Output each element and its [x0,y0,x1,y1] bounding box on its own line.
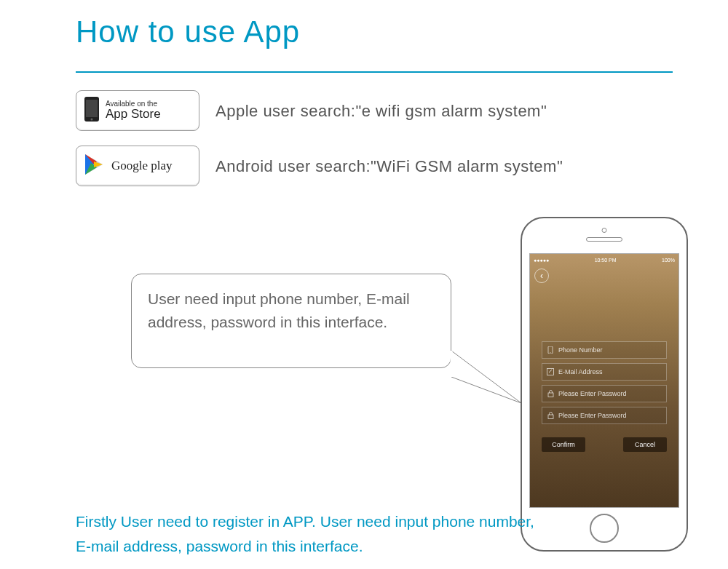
footer-instruction: Firstly User need to register in APP. Us… [76,509,542,558]
password-field-1[interactable]: Please Enter Password [542,385,667,402]
phone-small-icon [547,346,554,354]
phone-field-label: Phone Number [558,346,603,354]
svg-point-9 [550,352,551,353]
edit-icon [547,368,554,375]
signal-icon: ●●●●● [534,258,549,263]
lock-icon [547,390,554,397]
svg-point-2 [91,119,93,121]
email-field[interactable]: E-Mail Address [542,363,667,381]
phone-number-field[interactable]: Phone Number [542,341,667,359]
lock-icon [547,412,554,419]
status-bar: ●●●●● 10:50 PM 100% [530,254,678,266]
googleplay-badge[interactable]: Google play [76,146,199,186]
svg-rect-12 [548,393,553,397]
svg-rect-13 [548,415,553,419]
back-button[interactable]: ‹ [534,268,549,283]
cancel-button[interactable]: Cancel [623,437,667,452]
appstore-big-label: App Store [106,108,161,122]
pass1-field-label: Please Enter Password [558,390,627,397]
divider [76,71,673,73]
phone-screen: ●●●●● 10:50 PM 100% ‹ Phone Number E-Mai… [529,253,679,508]
register-form: Phone Number E-Mail Address Please Enter… [542,341,667,452]
appstore-badge[interactable]: Available on the App Store [76,90,199,131]
page-title: How to use App [76,15,300,49]
password-field-2[interactable]: Please Enter Password [542,407,667,424]
svg-rect-1 [86,100,98,117]
email-field-label: E-Mail Address [558,368,603,375]
bubble-tail [448,349,529,429]
phone-icon [84,96,100,125]
android-instruction: Android user search:"WiFi GSM alarm syst… [215,157,563,176]
play-icon [84,153,106,179]
status-battery: 100% [662,258,675,263]
confirm-button[interactable]: Confirm [542,437,585,452]
pass2-field-label: Please Enter Password [558,412,627,419]
status-time: 10:50 PM [595,258,617,263]
apple-instruction: Apple user search:"e wifi gsm alarm syst… [215,102,547,121]
svg-rect-10 [547,369,554,375]
phone-earpiece [586,237,622,242]
home-button[interactable] [590,514,619,543]
googleplay-label: Google play [111,159,173,173]
speech-bubble: User need input phone number, E-mail add… [131,274,451,368]
phone-camera-dot [602,228,607,233]
phone-mockup: ●●●●● 10:50 PM 100% ‹ Phone Number E-Mai… [521,217,688,552]
svg-line-11 [549,370,552,373]
